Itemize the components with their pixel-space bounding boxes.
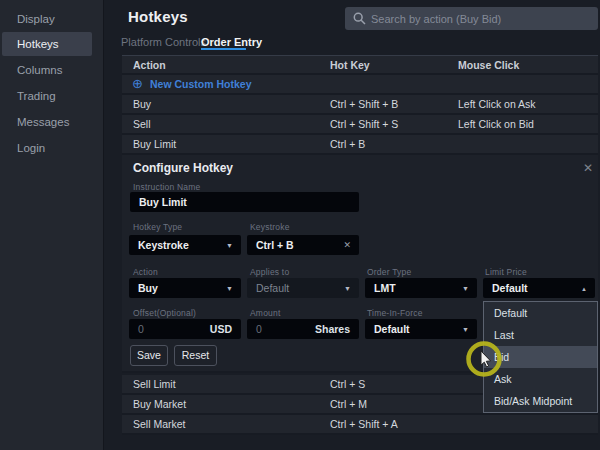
panel-title: Configure Hotkey (133, 161, 233, 175)
sidebar-item-login[interactable]: Login (2, 136, 92, 160)
table-header-row: Action Hot Key Mouse Click (122, 55, 598, 75)
chevron-down-icon: ▼ (462, 320, 469, 340)
row-hotkey: Ctrl + M (330, 395, 367, 413)
row-action: Sell (133, 115, 151, 133)
time-in-force-value: Default (374, 319, 410, 339)
instruction-name-label: Instruction Name (133, 182, 200, 192)
keystroke-value: Ctrl + B (256, 235, 294, 255)
new-custom-hotkey-link[interactable]: New Custom Hotkey (150, 75, 252, 93)
chevron-down-icon: ▼ (462, 279, 469, 299)
plus-circle-icon: ⊕ (132, 74, 143, 94)
order-type-label: Order Type (367, 267, 411, 277)
tab-platform-controls[interactable]: Platform Controls (121, 36, 206, 48)
save-button[interactable]: Save (130, 345, 168, 366)
chevron-down-icon: ▼ (344, 279, 351, 299)
row-action: Buy (133, 95, 151, 113)
applies-to-label: Applies to (250, 267, 289, 277)
active-tab-underline (201, 48, 246, 51)
row-hotkey: Ctrl + Shift + B (330, 95, 398, 113)
row-action: Buy Market (133, 395, 186, 413)
dropdown-option-ask[interactable]: Ask (484, 368, 597, 390)
hotkey-type-value: Keystroke (138, 235, 189, 255)
dropdown-option-bid[interactable]: Bid (484, 346, 597, 368)
row-hotkey: Ctrl + Shift + S (330, 115, 398, 133)
amount-unit: Shares (315, 319, 350, 339)
offset-value: 0 (138, 319, 144, 339)
row-hotkey: Ctrl + S (330, 375, 365, 393)
row-action: Sell Market (133, 415, 186, 433)
dropdown-option-default[interactable]: Default (484, 302, 597, 324)
time-in-force-select[interactable]: Default ▼ (365, 319, 477, 339)
chevron-down-icon: ▼ (226, 236, 233, 256)
reset-button[interactable]: Reset (174, 345, 217, 366)
offset-input[interactable]: 0 USD (129, 319, 241, 339)
row-hotkey: Ctrl + Shift + A (330, 415, 398, 433)
table-row-buy[interactable]: Buy Ctrl + Shift + B Left Click on Ask (122, 95, 598, 115)
keystroke-label: Keystroke (250, 222, 290, 232)
sidebar-item-display[interactable]: Display (2, 7, 92, 31)
col-hotkey: Hot Key (330, 56, 370, 74)
amount-label: Amount (250, 308, 281, 318)
chevron-up-icon: ▲ (581, 279, 587, 299)
new-custom-hotkey-row[interactable]: ⊕ New Custom Hotkey (122, 75, 598, 95)
instruction-name-input[interactable]: Buy Limit (130, 192, 359, 212)
keystroke-input[interactable]: Ctrl + B ✕ (247, 235, 359, 255)
amount-input[interactable]: 0 Shares (247, 319, 359, 339)
table-row-sell-market[interactable]: Sell Market Ctrl + Shift + A (122, 415, 598, 435)
sidebar-item-messages[interactable]: Messages (2, 110, 92, 134)
order-type-select[interactable]: LMT ▼ (365, 278, 477, 298)
hotkey-type-label: Hotkey Type (133, 222, 182, 232)
sidebar-item-columns[interactable]: Columns (2, 58, 92, 82)
clear-keystroke-icon[interactable]: ✕ (343, 235, 351, 255)
time-in-force-label: Time-In-Force (367, 308, 423, 318)
limit-price-select[interactable]: Default ▲ (483, 278, 595, 298)
dropdown-option-last[interactable]: Last (484, 324, 597, 346)
dropdown-option-bid-ask-midpoint[interactable]: Bid/Ask Midpoint (484, 390, 597, 412)
row-action: Sell Limit (133, 375, 176, 393)
action-select[interactable]: Buy ▼ (129, 278, 241, 298)
action-label: Action (133, 267, 158, 277)
row-mouse: Left Click on Bid (458, 115, 534, 133)
row-action: Buy Limit (133, 135, 176, 153)
offset-label: Offset(Optional) (133, 308, 196, 318)
sidebar-item-hotkeys[interactable]: Hotkeys (2, 32, 92, 56)
search-icon (353, 12, 366, 25)
settings-sidebar: Display Hotkeys Columns Trading Messages… (0, 0, 104, 450)
applies-to-select[interactable]: Default ▼ (247, 278, 359, 298)
row-hotkey: Ctrl + B (330, 135, 365, 153)
limit-price-label: Limit Price (485, 267, 527, 277)
offset-unit: USD (210, 319, 232, 339)
instruction-name-value: Buy Limit (139, 192, 187, 212)
table-row-sell[interactable]: Sell Ctrl + Shift + S Left Click on Bid (122, 115, 598, 135)
col-mouse: Mouse Click (458, 56, 519, 74)
search-input[interactable] (371, 7, 591, 30)
search-box[interactable] (345, 7, 598, 30)
tab-order-entry[interactable]: Order Entry (201, 36, 262, 48)
sidebar-item-trading[interactable]: Trading (2, 84, 92, 108)
col-action: Action (133, 56, 166, 74)
close-icon[interactable]: ✕ (581, 159, 595, 177)
row-mouse: Left Click on Ask (458, 95, 536, 113)
applies-to-value: Default (256, 278, 289, 298)
chevron-down-icon: ▼ (226, 279, 233, 299)
amount-value: 0 (256, 319, 262, 339)
table-row-buy-limit[interactable]: Buy Limit Ctrl + B (122, 135, 598, 155)
action-value: Buy (138, 278, 158, 298)
hotkey-type-select[interactable]: Keystroke ▼ (129, 235, 241, 255)
order-type-value: LMT (374, 278, 396, 298)
page-title: Hotkeys (128, 8, 188, 25)
limit-price-dropdown-menu: Default Last Bid Ask Bid/Ask Midpoint (483, 301, 598, 413)
limit-price-value: Default (492, 278, 528, 298)
